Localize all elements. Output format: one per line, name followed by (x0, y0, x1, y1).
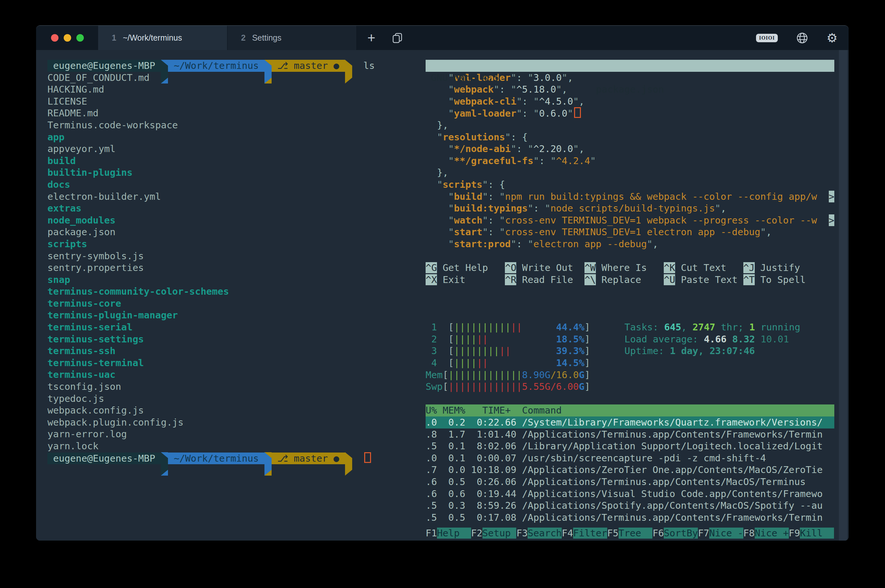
text-segment: : (488, 191, 500, 202)
text-segment: " (448, 143, 454, 154)
text-segment: " (528, 72, 533, 83)
nano-shortcut-key: ^\ (585, 274, 596, 285)
tab-work-terminus[interactable]: 1 ~/Work/terminus (98, 26, 227, 50)
text-segment (264, 60, 272, 84)
terminal-pane-left[interactable]: eugene@Eugenes-MBP ~/Work/terminus ⎇ mas… (47, 50, 421, 464)
text-segment: ] (585, 334, 590, 345)
duplicate-tab-icon[interactable] (386, 26, 409, 50)
fkey: F5 (607, 528, 619, 538)
gear-icon[interactable]: ⚙ (826, 32, 838, 44)
text-segment: 8.90G (522, 369, 550, 380)
meter-line: Mem[|||||||||||||8.90G/16.0G] (426, 369, 834, 381)
fkey: F6 (652, 528, 664, 538)
meter-line: Swp[|||||||||||||5.55G/6.00G] (426, 381, 834, 393)
nano-line: "*/node-abi": "^2.20.0", (426, 143, 834, 155)
process-row: .6 0.6 0:19.44 /Applications/Visual Stud… (426, 488, 834, 500)
text-segment: " (528, 238, 533, 249)
text-segment: [ (448, 357, 454, 368)
nano-shortcut-label: Where Is (596, 262, 664, 273)
text-segment: ~/Work/terminus (168, 453, 264, 465)
text-segment: " (590, 155, 596, 166)
nano-shortcut-label: To Spell (755, 274, 823, 285)
text-segment: " (505, 132, 510, 142)
text-segment: " (494, 84, 500, 95)
nano-buffer: "val-loader": "3.0.0", "webpack": "^5.18… (426, 72, 834, 250)
directory-entry: app (47, 131, 421, 143)
ls-file-list: CODE_OF_CONDUCT.mdHACKING.mdLICENSEREADM… (47, 72, 421, 452)
text-segment: /16.0 (550, 369, 579, 380)
text-segment (511, 345, 556, 356)
text-segment: " (500, 191, 505, 202)
directory-entry: terminus-settings (47, 333, 421, 345)
text-segment: , (766, 226, 772, 237)
text-segment: , (652, 238, 658, 249)
directory-entry: terminus-core (47, 298, 421, 310)
directory-entry: terminus-terminal (47, 357, 421, 369)
text-segment: running (755, 322, 801, 333)
text-segment: " (500, 215, 505, 226)
prompt-line: eugene@Eugenes-MBP ~/Work/terminus ⎇ mas… (47, 60, 421, 72)
nano-line: "resolutions": { (426, 131, 834, 143)
file-entry: Terminus.code-workspace (47, 119, 421, 131)
process-row: .0 0.1 0:00.07 /usr/sbin/screencapture -… (426, 452, 834, 464)
terminal-pane-right[interactable]: GNU nano 4.5 package.json "val-loader": … (426, 50, 834, 539)
file-entry: yarn.lock (47, 440, 421, 452)
file-entry: webpack.plugin.config.js (47, 417, 421, 429)
text-segment: " (534, 155, 539, 166)
nano-shortcut-key: ^T (743, 274, 755, 285)
cursor-block (364, 452, 371, 463)
directory-entry: node_modules (47, 214, 421, 226)
text-segment: : (539, 155, 550, 166)
text-segment: electron app --debug (534, 238, 647, 249)
zoom-button[interactable] (76, 34, 84, 42)
globe-icon[interactable] (796, 32, 808, 44)
nano-line: "scripts": { (426, 178, 834, 191)
text-segment: [ (442, 369, 448, 380)
file-entry: typedoc.js (47, 393, 421, 405)
text-segment: " (483, 179, 488, 190)
text-segment: " (500, 226, 505, 237)
fkey: F2 (471, 528, 483, 538)
tab-settings[interactable]: 2 Settings (227, 26, 357, 50)
tab-number: 1 (112, 33, 116, 42)
text-segment: watch (454, 215, 482, 226)
text-segment: 2747 (693, 322, 716, 333)
text-segment: || (477, 334, 488, 345)
text-segment: Uptime: (624, 345, 670, 356)
text-segment (161, 452, 168, 476)
text-segment: > (829, 214, 834, 226)
text-segment: : { (511, 132, 528, 142)
text-segment: Load average: (624, 334, 704, 345)
text-segment: ||||||||||||| (448, 381, 522, 392)
text-segment: " (511, 84, 516, 95)
text-segment: : (488, 226, 500, 237)
directory-entry: terminus-uac (47, 369, 421, 381)
keyboard-badge-icon[interactable]: IOIOI (756, 34, 778, 42)
nano-line: "build:typings": "node scripts/build-typ… (426, 202, 834, 214)
text-segment: ] (585, 357, 590, 368)
directory-entry: terminus-serial (47, 321, 421, 333)
nano-line: }, (426, 166, 834, 178)
file-entry: README.md (47, 107, 421, 119)
text-segment: node scripts/build-typings.js (550, 203, 715, 214)
nano-shortcut-key: ^K (664, 262, 675, 273)
text-segment: 645 (664, 322, 681, 333)
text-segment: : (516, 72, 528, 83)
process-row: .7 0.0 10:18.09 /Applications/ZeroTier O… (426, 464, 834, 476)
new-tab-button[interactable]: + (357, 26, 386, 50)
text-segment: " (534, 96, 539, 107)
directory-entry: extras (47, 202, 421, 214)
terminus-window: 1 ~/Work/terminus 2 Settings + IOIOI (36, 26, 849, 541)
minimize-button[interactable] (64, 34, 71, 42)
close-button[interactable] (51, 34, 58, 42)
file-entry: LICENSE (47, 96, 421, 108)
text-segment: : { (488, 179, 505, 190)
nano-filename-label: package.json (596, 84, 664, 96)
scrollbar[interactable] (839, 50, 848, 541)
text-segment: 0.6.0 (539, 108, 567, 119)
fkey: F7 (698, 528, 709, 538)
blank-gap (426, 285, 834, 321)
text-segment: resolutions (442, 132, 505, 142)
nano-line: "watch": "cross-env TERMINUS_DEV=1 webpa… (426, 214, 834, 226)
text-segment (264, 452, 272, 476)
